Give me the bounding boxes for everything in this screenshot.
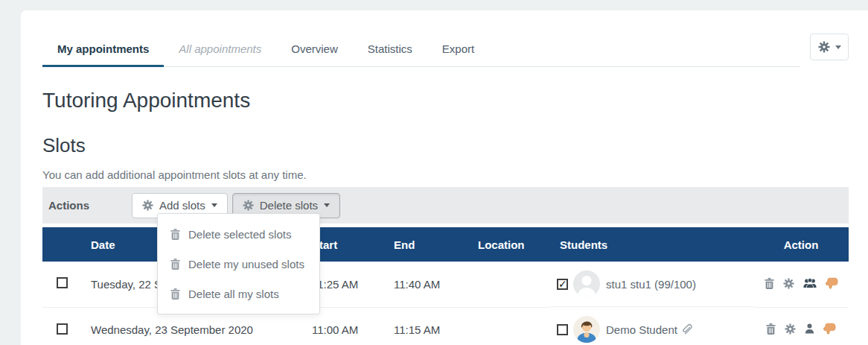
menu-item-label: Delete all my slots: [188, 288, 279, 300]
delete-slots-dropdown: Delete selected slots Delete my unused s…: [157, 213, 320, 314]
menu-item-label: Delete selected slots: [188, 228, 291, 241]
page-title: Tutoring Appointments: [42, 89, 849, 113]
menu-item-delete-selected-slots[interactable]: Delete selected slots: [158, 219, 319, 249]
tab-statistics[interactable]: Statistics: [353, 34, 427, 67]
student-checkbox[interactable]: [557, 279, 568, 290]
avatar: [573, 270, 600, 297]
delete-slots-label: Delete slots: [260, 199, 318, 212]
menu-item-delete-my-unused-slots[interactable]: Delete my unused slots: [158, 249, 319, 279]
col-location: Location: [469, 227, 551, 262]
student-name[interactable]: stu1 stu1 (99/100): [606, 278, 696, 291]
chevron-down-icon: [835, 45, 841, 49]
gear-icon[interactable]: [783, 278, 794, 289]
paperclip-icon[interactable]: [682, 323, 693, 335]
trash-icon[interactable]: [765, 278, 774, 289]
chevron-down-icon: [324, 203, 330, 207]
actions-label: Actions: [48, 199, 132, 212]
col-end: End: [385, 227, 469, 262]
slot-location: [469, 307, 551, 345]
add-slots-label: Add slots: [159, 199, 205, 212]
slot-end: 11:15 AM: [385, 307, 469, 345]
slots-section-title: Slots: [42, 134, 849, 157]
slot-end: 11:40 AM: [385, 262, 469, 307]
gear-icon: [243, 200, 254, 211]
students-cell: stu1 stu1 (99/100): [551, 262, 753, 307]
col-action: Action: [753, 227, 849, 262]
student-name[interactable]: Demo Student: [606, 323, 693, 336]
student-checkbox[interactable]: [557, 324, 568, 335]
tabs-nav: My appointments All appointments Overvie…: [42, 34, 800, 67]
slots-description: You can add additional appointment slots…: [42, 168, 849, 181]
slot-location: [469, 262, 551, 307]
trash-icon: [170, 259, 180, 270]
row-select-checkbox[interactable]: [57, 277, 68, 288]
avatar: [573, 316, 600, 343]
person-icon[interactable]: [805, 323, 814, 334]
menu-item-label: Delete my unused slots: [188, 258, 304, 270]
student-name-text: Demo Student: [606, 323, 677, 336]
thumbs-down-icon[interactable]: [823, 323, 836, 335]
tab-all-appointments[interactable]: All appointments: [164, 34, 276, 67]
tab-overview[interactable]: Overview: [276, 34, 353, 67]
gear-icon[interactable]: [785, 323, 796, 335]
chevron-down-icon: [211, 203, 217, 207]
tab-bar: My appointments All appointments Overvie…: [42, 34, 849, 67]
group-icon[interactable]: [803, 278, 817, 289]
col-students: Students: [551, 227, 753, 262]
trash-icon[interactable]: [766, 323, 776, 335]
students-cell: Demo Student: [551, 307, 753, 345]
tab-export[interactable]: Export: [427, 34, 489, 67]
main-card: My appointments All appointments Overvie…: [21, 10, 868, 345]
col-select: [42, 227, 82, 262]
tab-my-appointments[interactable]: My appointments: [42, 34, 164, 67]
menu-item-delete-all-my-slots[interactable]: Delete all my slots: [158, 279, 319, 308]
row-select-checkbox[interactable]: [57, 323, 68, 335]
settings-menu-button[interactable]: [810, 34, 849, 60]
gear-icon: [142, 200, 153, 211]
thumbs-down-icon[interactable]: [826, 277, 838, 289]
gear-icon: [818, 41, 830, 53]
trash-icon: [170, 229, 180, 240]
trash-icon: [170, 288, 180, 300]
